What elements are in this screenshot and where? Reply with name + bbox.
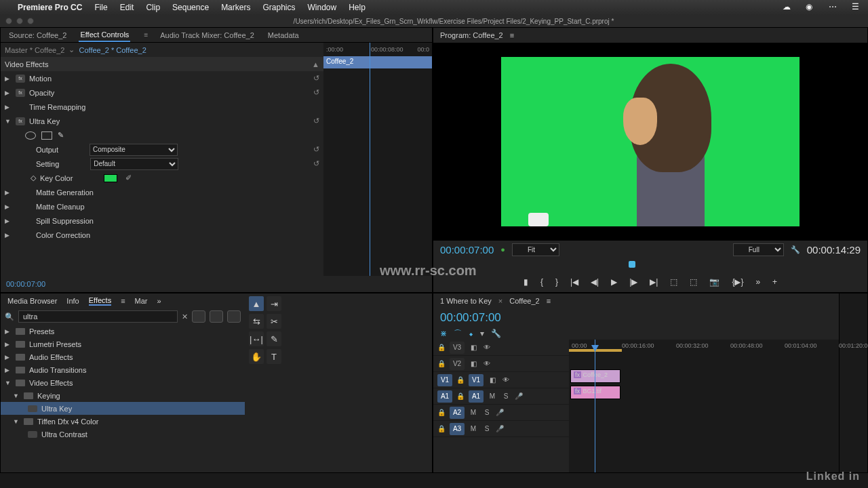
- overflow-icon[interactable]: »: [157, 297, 161, 305]
- source-patch[interactable]: V1: [437, 374, 452, 386]
- track-target[interactable]: V1: [469, 374, 484, 386]
- master-clip-label[interactable]: Master * Coffee_2: [5, 46, 64, 54]
- filter-32bit-icon[interactable]: [210, 310, 223, 323]
- ellipse-mask-icon[interactable]: [25, 131, 36, 140]
- param-matte-cleanup[interactable]: ▶ Matte Cleanup: [1, 199, 323, 214]
- track-v2[interactable]: 🔒V2◧👁: [433, 356, 569, 372]
- pen-tool[interactable]: ✎: [267, 331, 281, 346]
- pen-mask-icon[interactable]: ✎: [58, 131, 64, 140]
- add-button-icon[interactable]: +: [772, 277, 777, 287]
- param-spill-suppression[interactable]: ▶ Spill Suppression: [1, 214, 323, 228]
- chevron-down-icon[interactable]: ⌄: [68, 45, 75, 54]
- play-button[interactable]: ▶: [611, 277, 617, 287]
- track-target[interactable]: A3: [450, 423, 465, 435]
- more-icon[interactable]: ⋯: [829, 2, 840, 13]
- track-a2[interactable]: 🔒A2MS🎤: [433, 405, 569, 421]
- menu-window[interactable]: Window: [308, 3, 337, 12]
- folder-audio-effects[interactable]: ▶Audio Effects: [1, 350, 245, 363]
- lock-icon[interactable]: 🔒: [456, 392, 465, 400]
- effect-ultra-key[interactable]: ▼ fx Ultra Key ↺: [1, 114, 323, 128]
- param-color-correction[interactable]: ▶ Color Correction: [1, 228, 323, 242]
- step-forward-button[interactable]: |▶: [629, 277, 637, 287]
- menu-markers[interactable]: Markers: [221, 3, 250, 12]
- audio-meter[interactable]: [839, 293, 867, 472]
- tab-effects[interactable]: Effects: [89, 296, 111, 306]
- eye-icon[interactable]: 👁: [482, 344, 492, 351]
- tab-markers[interactable]: Mar: [135, 297, 148, 305]
- fx-badge-icon[interactable]: fx: [16, 75, 25, 83]
- tab-metadata[interactable]: Metadata: [267, 29, 300, 41]
- folder-keying[interactable]: ▼Keying: [1, 389, 245, 402]
- selection-tool[interactable]: ▲: [249, 296, 264, 311]
- tab-program[interactable]: Program: Coffee_2: [440, 31, 503, 39]
- twirl-icon[interactable]: ▶: [5, 189, 12, 196]
- reset-icon[interactable]: ↺: [313, 117, 319, 125]
- lock-icon[interactable]: 🔒: [437, 344, 446, 351]
- marker-icon[interactable]: ⬥: [469, 329, 473, 338]
- timeline-timecode[interactable]: 00:00:07:00: [440, 311, 501, 325]
- eye-icon[interactable]: 👁: [482, 360, 492, 367]
- effects-search-input[interactable]: [18, 310, 178, 323]
- wrench-icon[interactable]: 🔧: [491, 329, 501, 338]
- comparison-button[interactable]: {▶}: [732, 277, 743, 287]
- folder-presets[interactable]: ▶Presets: [1, 325, 245, 338]
- track-target[interactable]: A1: [469, 390, 484, 403]
- sync-icon[interactable]: ◧: [469, 360, 478, 367]
- mute-button[interactable]: M: [488, 392, 497, 400]
- close-tab-icon[interactable]: ×: [498, 297, 502, 305]
- extract-button[interactable]: ⬚: [690, 277, 697, 287]
- tab-sequence-1[interactable]: 1 Where to Key: [440, 297, 492, 305]
- ec-playhead[interactable]: [370, 43, 370, 276]
- mic-icon[interactable]: 🎤: [496, 409, 504, 416]
- track-target[interactable]: V3: [450, 342, 465, 354]
- app-name[interactable]: Premiere Pro CC: [18, 3, 82, 12]
- fx-badge-icon[interactable]: fx: [16, 89, 25, 97]
- clear-search-button[interactable]: ✕: [182, 312, 188, 321]
- track-v3[interactable]: 🔒V3◧👁: [433, 340, 569, 356]
- menu-edit[interactable]: Edit: [120, 3, 134, 12]
- twirl-icon[interactable]: ▶: [5, 75, 12, 82]
- lock-icon[interactable]: 🔒: [437, 425, 446, 432]
- track-target[interactable]: A2: [450, 407, 465, 419]
- type-tool[interactable]: T: [267, 349, 281, 364]
- ec-timecode[interactable]: 00:00:07:00: [6, 280, 45, 288]
- lock-icon[interactable]: 🔒: [437, 409, 446, 416]
- go-to-out-button[interactable]: ▶|: [650, 277, 658, 287]
- reset-icon[interactable]: ↺: [313, 145, 319, 154]
- clip-link[interactable]: Coffee_2 * Coffee_2: [79, 46, 146, 54]
- track-a3[interactable]: 🔒A3MS🎤: [433, 421, 569, 437]
- tab-effect-controls[interactable]: Effect Controls: [79, 28, 130, 42]
- solo-button[interactable]: S: [501, 392, 511, 400]
- effect-ultra-contrast[interactable]: Ultra Contrast: [1, 428, 245, 441]
- menu-file[interactable]: File: [94, 3, 107, 12]
- lock-icon[interactable]: 🔒: [456, 376, 465, 384]
- linked-selection-icon[interactable]: ⌒: [454, 328, 462, 340]
- solo-button[interactable]: S: [482, 409, 492, 416]
- panel-menu-icon[interactable]: ≡: [510, 31, 514, 39]
- program-viewport[interactable]: [433, 43, 867, 241]
- panel-menu-icon[interactable]: ≡: [144, 31, 148, 39]
- filter-accel-icon[interactable]: [192, 310, 205, 323]
- resolution-select[interactable]: Full: [733, 243, 784, 256]
- eye-icon[interactable]: 👁: [501, 376, 511, 384]
- traffic-lights[interactable]: [0, 18, 39, 24]
- mark-bracket-open-icon[interactable]: {: [540, 277, 543, 287]
- solo-button[interactable]: S: [482, 425, 492, 432]
- param-matte-generation[interactable]: ▶ Matte Generation: [1, 185, 323, 199]
- cc-icon[interactable]: ◉: [806, 2, 816, 13]
- slip-tool[interactable]: |↔|: [249, 331, 264, 346]
- twirl-icon[interactable]: ▶: [5, 104, 12, 110]
- snap-icon[interactable]: ⋇: [440, 329, 447, 338]
- key-color-swatch[interactable]: [104, 174, 117, 182]
- zoom-select[interactable]: Fit: [512, 243, 559, 256]
- track-target[interactable]: V2: [450, 358, 465, 370]
- sync-icon[interactable]: ◧: [469, 344, 478, 351]
- folder-tiffen[interactable]: ▼Tiffen Dfx v4 Color: [1, 415, 245, 428]
- tab-audio-mixer[interactable]: Audio Track Mixer: Coffee_2: [159, 29, 256, 41]
- twirl-icon[interactable]: ▶: [5, 218, 12, 224]
- ec-ruler[interactable]: :00:00 00:00:08:00 00:0: [323, 43, 432, 56]
- twirl-icon[interactable]: ▶: [5, 232, 12, 239]
- twirl-icon[interactable]: ▶: [5, 89, 12, 96]
- setting-select[interactable]: Default: [90, 158, 178, 170]
- folder-lumetri[interactable]: ▶Lumetri Presets: [1, 338, 245, 350]
